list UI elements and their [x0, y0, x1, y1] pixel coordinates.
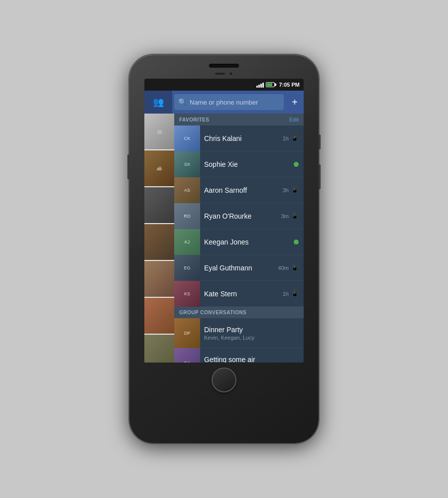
- avatar-eyal-guthmann: EG: [174, 255, 200, 281]
- search-icon: 🔍: [178, 98, 187, 106]
- power-button-bottom[interactable]: [319, 164, 321, 189]
- avatar-getting-some-air: GA: [174, 348, 200, 363]
- groups-section-header: GROUP CONVERSATIONS: [174, 307, 304, 318]
- avatar-kate-stern: KS: [174, 281, 200, 307]
- speaker-grill: [209, 64, 239, 68]
- side-photo-4: [144, 224, 174, 260]
- search-placeholder: Name or phone number: [190, 99, 258, 106]
- content-area: ▤ 🏙: [144, 114, 304, 363]
- front-camera: [229, 72, 233, 76]
- avatar-dinner-party: DP: [174, 318, 200, 348]
- group-name-dinner-party: Dinner Party: [204, 326, 299, 334]
- avatar-ryan-orourke: RO: [174, 203, 200, 229]
- contact-name-kate-stern: Kate Stern: [200, 290, 283, 298]
- contact-item-chris-kalani[interactable]: CK Chris Kalani 1h 📱: [174, 125, 304, 151]
- contact-item-ryan-orourke[interactable]: RO Ryan O'Rourke 3m 📱: [174, 203, 304, 229]
- status-bar: 7:05 PM: [144, 79, 304, 91]
- battery-fill: [267, 83, 272, 86]
- volume-button[interactable]: [127, 154, 129, 179]
- mobile-icon-ryan: 📱: [291, 212, 299, 220]
- mobile-icon-aaron: 📱: [291, 186, 299, 194]
- groups-title: GROUP CONVERSATIONS: [179, 310, 246, 315]
- group-item-dinner-party[interactable]: DP Dinner Party Kevin, Keegan, Lucy: [174, 318, 304, 348]
- main-contact-list: FAVORITES Edit CK Chris Kalani 1h 📱: [174, 114, 304, 363]
- app-header: 👥 🔍 Name or phone number +: [144, 91, 304, 114]
- contact-meta-chris-kalani: 1h 📱: [283, 134, 299, 142]
- phone-screen: 7:05 PM 👥 🔍 Name or phone number + ▤: [144, 79, 304, 363]
- signal-bar-3: [260, 84, 262, 88]
- contact-meta-kate-stern: 1h 📱: [283, 290, 299, 297]
- contact-time-aaron: 3h: [283, 187, 289, 193]
- online-indicator-keegan: [294, 240, 299, 245]
- side-photo-5: [144, 261, 174, 297]
- online-indicator-sophie: [294, 162, 299, 167]
- contact-item-kate-stern[interactable]: KS Kate Stern 1h 📱: [174, 281, 304, 307]
- contact-name-ryan-orourke: Ryan O'Rourke: [200, 212, 281, 220]
- contact-time-kate: 1h: [283, 291, 289, 297]
- contact-item-keegan-jones[interactable]: KJ Keegan Jones: [174, 229, 304, 255]
- add-icon: +: [292, 97, 298, 108]
- avatar-keegan-jones: KJ: [174, 229, 200, 255]
- favorites-title: FAVORITES: [179, 117, 209, 123]
- contact-name-chris-kalani: Chris Kalani: [200, 134, 283, 142]
- contact-item-eyal-guthmann[interactable]: EG Eyal Guthmann 40m 📱: [174, 255, 304, 281]
- avatar-aaron-sarnoff: AS: [174, 177, 200, 203]
- contact-time-eyal: 40m: [278, 265, 289, 271]
- mobile-icon-chris: 📱: [291, 134, 299, 142]
- group-info-getting-some-air: Getting some air John, Atish, Sophie, Me…: [200, 356, 299, 363]
- edit-button[interactable]: Edit: [289, 117, 299, 123]
- contact-name-keegan-jones: Keegan Jones: [200, 238, 294, 246]
- contact-meta-sophie-xie: [294, 162, 299, 167]
- contact-name-sophie-xie: Sophie Xie: [200, 160, 294, 168]
- contact-meta-eyal-guthmann: 40m 📱: [278, 264, 299, 271]
- top-sensors: [215, 72, 233, 76]
- group-item-getting-some-air[interactable]: GA Getting some air John, Atish, Sophie,…: [174, 348, 304, 363]
- avatar-chris-kalani: CK: [174, 125, 200, 151]
- mobile-icon-eyal: 📱: [291, 264, 299, 271]
- contact-name-eyal-guthmann: Eyal Guthmann: [200, 264, 278, 272]
- side-photo-6: [144, 298, 174, 334]
- power-button-top[interactable]: [319, 134, 321, 149]
- signal-bar-1: [256, 86, 258, 88]
- contact-name-aaron-sarnoff: Aaron Sarnoff: [200, 186, 283, 194]
- group-name-getting-some-air: Getting some air: [204, 356, 299, 363]
- side-photo-3: [144, 187, 174, 223]
- contact-time-chris: 1h: [283, 135, 289, 141]
- contact-item-aaron-sarnoff[interactable]: AS Aaron Sarnoff 3h 📱: [174, 177, 304, 203]
- contact-meta-aaron-sarnoff: 3h 📱: [283, 186, 299, 194]
- side-photo-2: 🏙: [144, 150, 174, 186]
- status-icons: 7:05 PM: [256, 82, 300, 88]
- signal-bar-4: [262, 83, 264, 88]
- contact-meta-ryan-orourke: 3m 📱: [281, 212, 299, 220]
- contact-meta-keegan-jones: [294, 240, 299, 245]
- signal-bar-2: [258, 85, 260, 88]
- earpiece: [215, 73, 225, 75]
- side-photo-7: [144, 335, 174, 363]
- search-bar[interactable]: 🔍 Name or phone number: [174, 94, 284, 110]
- status-time: 7:05 PM: [279, 82, 300, 88]
- side-panel: ▤ 🏙: [144, 114, 174, 363]
- avatar-sophie-xie: SX: [174, 151, 200, 177]
- people-icon: 👥: [153, 97, 164, 108]
- contact-time-ryan: 3m: [281, 213, 289, 219]
- home-button[interactable]: [212, 368, 236, 392]
- signal-strength: [256, 82, 264, 88]
- phone-frame: 7:05 PM 👥 🔍 Name or phone number + ▤: [129, 55, 319, 443]
- mobile-icon-kate: 📱: [291, 290, 299, 297]
- phone-bottom: [212, 368, 236, 392]
- group-members-dinner-party: Kevin, Keegan, Lucy: [204, 335, 299, 341]
- group-info-dinner-party: Dinner Party Kevin, Keegan, Lucy: [200, 326, 299, 341]
- battery-icon: [266, 82, 275, 87]
- contacts-icon-button[interactable]: 👥: [144, 91, 172, 114]
- side-photo-1: ▤: [144, 114, 174, 149]
- favorites-section-header: FAVORITES Edit: [174, 114, 304, 125]
- add-button[interactable]: +: [286, 91, 304, 114]
- contact-item-sophie-xie[interactable]: SX Sophie Xie: [174, 151, 304, 177]
